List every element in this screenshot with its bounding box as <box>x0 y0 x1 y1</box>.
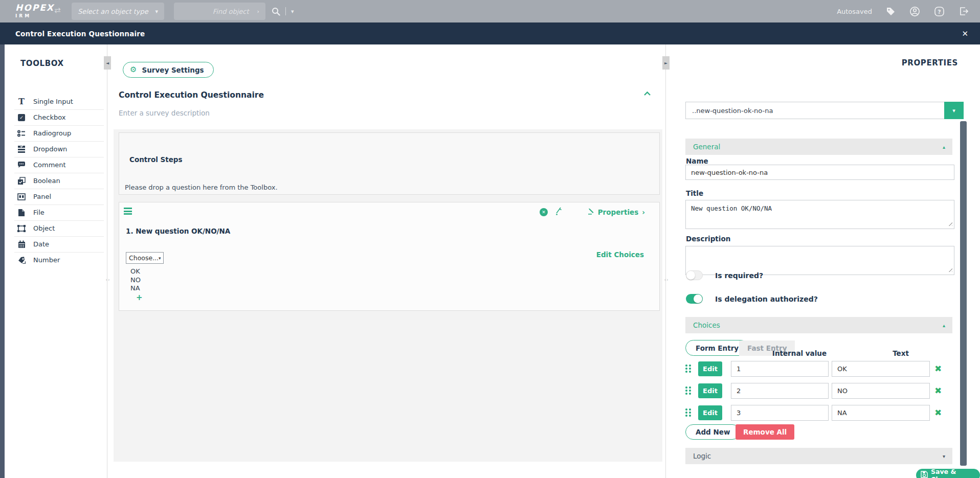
question-properties-link[interactable]: Properties › <box>587 207 645 217</box>
skip-logic-icon[interactable] <box>554 207 562 217</box>
chevron-down-icon: ▾ <box>159 256 161 261</box>
close-icon[interactable]: ✕ <box>962 29 968 38</box>
swap-icon[interactable]: ⇄ <box>54 6 61 15</box>
drop-hint: Please drop a question here from the Too… <box>125 184 278 191</box>
choices-preview-list: OK NO NA <box>130 267 141 293</box>
choice-item[interactable]: OK <box>130 267 141 276</box>
edit-choices-link[interactable]: Edit Choices <box>596 251 644 259</box>
question-dropdown[interactable]: Choose... ▾ <box>126 252 164 264</box>
collapse-left-icon[interactable]: ◄ <box>104 56 111 70</box>
control-steps-panel[interactable]: Control Steps Please drop a question her… <box>119 132 660 195</box>
chevron-down-icon[interactable]: ▾ <box>291 8 294 15</box>
file-icon <box>17 208 26 217</box>
name-field[interactable] <box>685 165 954 180</box>
survey-settings-button[interactable]: ⚙ Survey Settings <box>123 62 214 78</box>
column-header-internal-value: Internal value <box>772 349 827 357</box>
remove-all-button[interactable]: Remove All <box>736 424 794 440</box>
gear-icon: ⚙ <box>130 66 137 74</box>
drag-handle-icon[interactable] <box>124 208 132 216</box>
delete-row-icon[interactable]: ✖ <box>934 365 942 373</box>
scrollbar-thumb[interactable] <box>960 121 967 466</box>
choice-value-input[interactable] <box>731 383 829 399</box>
toolbox-item-label: Checkbox <box>33 113 66 121</box>
toolbox-item-comment[interactable]: Comment <box>5 157 104 173</box>
row-drag-handle-icon[interactable] <box>685 386 692 395</box>
section-general[interactable]: General ▴ <box>685 139 952 155</box>
row-drag-handle-icon[interactable] <box>685 365 692 373</box>
delete-row-icon[interactable]: ✖ <box>934 408 942 417</box>
column-header-text: Text <box>893 349 909 357</box>
delete-question-icon[interactable]: ✕ <box>540 208 548 216</box>
row-drag-handle-icon[interactable] <box>685 408 692 417</box>
toolbox-item-boolean[interactable]: Boolean <box>5 173 104 189</box>
single-input-icon: T <box>17 97 26 106</box>
collapse-right-icon[interactable]: ► <box>662 56 670 70</box>
title-field[interactable]: New question OK/NO/NA <box>685 200 954 229</box>
survey-page-area: Control Steps Please drop a question her… <box>114 129 662 462</box>
tag-icon[interactable] <box>886 7 896 16</box>
question-actions: ✕ <box>540 207 562 217</box>
description-field[interactable] <box>685 246 954 275</box>
selected-question-value: ..new-question-ok-no-na <box>686 107 944 115</box>
delete-row-icon[interactable]: ✖ <box>934 386 942 395</box>
selected-question-dropdown[interactable]: ..new-question-ok-no-na ▾ <box>685 102 964 119</box>
logo-subtext: IRM <box>15 14 54 18</box>
dropdown-icon <box>17 145 26 154</box>
chevron-right-icon: › <box>257 8 259 15</box>
chevron-down-icon: ▾ <box>943 453 945 459</box>
choice-text-input[interactable] <box>832 383 930 399</box>
toolbox-panel: TOOLBOX T Single Input ✓ Checkbox Radiog… <box>5 44 104 478</box>
toolbox-item-panel[interactable]: Panel <box>5 189 104 204</box>
is-required-label: Is required? <box>715 271 763 280</box>
add-choice-icon[interactable]: + <box>136 293 143 302</box>
toolbox-item-dropdown[interactable]: Dropdown <box>5 141 104 157</box>
add-new-button[interactable]: Add New <box>685 424 740 440</box>
search-icon[interactable] <box>272 7 280 16</box>
survey-description-placeholder[interactable]: Enter a survey description <box>119 109 210 117</box>
name-label: Name <box>686 157 708 165</box>
is-delegation-toggle[interactable] <box>686 294 703 304</box>
toolbox-item-label: Dropdown <box>33 145 67 153</box>
topbar-right: Autosaved ? <box>837 0 969 22</box>
object-type-dropdown[interactable]: Select an object type ▾ <box>72 3 164 20</box>
toolbox-item-label: Number <box>33 256 60 264</box>
edit-choice-button[interactable]: Edit <box>698 405 722 420</box>
question-title[interactable]: 1. New question OK/NO/NA <box>126 227 230 235</box>
choice-value-input[interactable] <box>731 405 829 421</box>
choice-item[interactable]: NO <box>130 276 141 285</box>
is-delegation-label: Is delegation authorized? <box>715 295 818 303</box>
autosaved-status: Autosaved <box>837 8 872 15</box>
choice-text-input[interactable] <box>832 361 930 377</box>
right-splitter[interactable]: ► ‹ › <box>662 44 670 478</box>
question-panel[interactable]: ✕ Properties › 1. New question OK/NO/NA … <box>119 202 660 311</box>
help-icon[interactable]: ? <box>934 6 945 17</box>
user-account-icon[interactable] <box>909 6 920 17</box>
date-icon <box>17 240 26 249</box>
toolbox-item-radiogroup[interactable]: Radiogroup <box>5 125 104 141</box>
logout-icon[interactable] <box>959 6 969 16</box>
choice-item[interactable]: NA <box>130 284 141 293</box>
is-required-toggle[interactable] <box>686 270 703 280</box>
choice-text-input[interactable] <box>832 405 930 421</box>
section-logic[interactable]: Logic ▾ <box>685 448 952 464</box>
toolbox-item-number[interactable]: Number <box>5 252 104 268</box>
collapse-header-icon[interactable] <box>643 88 651 98</box>
hopex-survey-editor: HOPEX IRM ⇄ Select an object type ▾ Find… <box>0 0 980 478</box>
toolbox-item-checkbox[interactable]: ✓ Checkbox <box>5 109 104 125</box>
left-splitter[interactable]: ◄ ‹ › <box>104 44 111 478</box>
toolbox-item-single-input[interactable]: T Single Input <box>5 94 104 109</box>
chevron-down-icon: ▾ <box>155 8 158 15</box>
survey-settings-label: Survey Settings <box>142 66 204 74</box>
pencil-icon <box>587 207 594 217</box>
toolbox-item-object[interactable]: Object <box>5 220 104 236</box>
survey-title[interactable]: Control Execution Questionnaire <box>119 90 264 100</box>
edit-choice-button[interactable]: Edit <box>698 383 722 398</box>
find-object-input[interactable]: Find object › <box>174 3 265 20</box>
toolbox-item-file[interactable]: File <box>5 204 104 220</box>
choice-value-input[interactable] <box>731 361 829 377</box>
edit-choice-button[interactable]: Edit <box>698 361 722 376</box>
toolbox-item-date[interactable]: Date <box>5 236 104 252</box>
save-and-close-button[interactable]: Save & Close <box>916 469 980 478</box>
dialog-title-bar: Control Execution Questionnaire ✕ <box>0 22 980 44</box>
section-choices[interactable]: Choices ▴ <box>685 317 952 333</box>
